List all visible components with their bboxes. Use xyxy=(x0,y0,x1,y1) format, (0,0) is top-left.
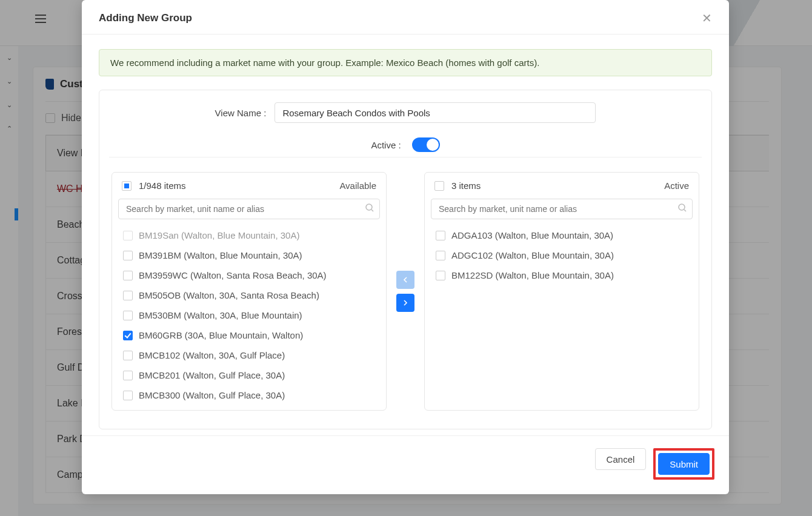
select-all-available-checkbox[interactable] xyxy=(122,181,131,191)
select-all-active-checkbox[interactable] xyxy=(434,181,444,191)
svg-line-1 xyxy=(371,210,373,211)
add-group-modal: Adding New Group ✕ We recommend includin… xyxy=(82,0,729,494)
move-left-button[interactable] xyxy=(396,271,414,289)
svg-point-2 xyxy=(679,204,685,210)
modal-title: Adding New Group xyxy=(99,12,192,24)
item-label: BM391BM (Walton, Blue Mountain, 30A) xyxy=(139,250,302,260)
view-name-row: View Name : xyxy=(109,102,702,123)
item-checkbox[interactable] xyxy=(436,231,445,240)
list-item[interactable]: BMCB102 (Walton, 30A, Gulf Place) xyxy=(122,345,380,365)
item-checkbox[interactable] xyxy=(436,251,445,260)
item-checkbox[interactable] xyxy=(123,351,133,360)
active-label: Active : xyxy=(371,140,401,150)
item-label: BM122SD (Walton, Blue Mountain, 30A) xyxy=(451,270,614,280)
active-search-input[interactable] xyxy=(431,199,693,219)
item-label: BMCB201 (Walton, Gulf Place, 30A) xyxy=(139,370,285,380)
item-label: BMCB102 (Walton, 30A, Gulf Place) xyxy=(139,350,285,360)
item-checkbox[interactable] xyxy=(123,251,133,260)
active-panel: 3 items Active ADGA103 (Walton, Blue Mou… xyxy=(424,172,699,411)
list-item[interactable]: BM3959WC (Walton, Santa Rosa Beach, 30A) xyxy=(122,265,380,285)
active-status-label: Active xyxy=(664,180,689,191)
list-item[interactable]: ADGA103 (Walton, Blue Mountain, 30A) xyxy=(434,225,693,245)
available-list[interactable]: BM19San (Walton, Blue Mountain, 30A)BM39… xyxy=(112,224,386,410)
item-checkbox[interactable] xyxy=(123,311,133,320)
transfer-control: 1/948 items Available BM19San (Walton, B… xyxy=(109,172,702,411)
available-panel: 1/948 items Available BM19San (Walton, B… xyxy=(111,172,387,411)
item-checkbox[interactable] xyxy=(123,231,133,240)
list-item[interactable]: ADGC102 (Walton, Blue Mountain, 30A) xyxy=(434,245,693,265)
view-name-label: View Name : xyxy=(215,108,267,118)
item-checkbox[interactable] xyxy=(436,271,445,280)
submit-button[interactable]: Submit xyxy=(658,453,710,475)
available-count: 1/948 items xyxy=(139,180,186,191)
item-checkbox[interactable] xyxy=(123,291,133,300)
cancel-button[interactable]: Cancel xyxy=(595,448,647,470)
available-label: Available xyxy=(339,180,376,191)
item-checkbox[interactable] xyxy=(123,371,133,380)
item-label: BM19San (Walton, Blue Mountain, 30A) xyxy=(139,230,299,240)
close-icon[interactable]: ✕ xyxy=(702,12,712,24)
list-item[interactable]: BM19San (Walton, Blue Mountain, 30A) xyxy=(122,225,380,245)
active-toggle[interactable] xyxy=(412,137,440,152)
search-icon xyxy=(365,203,374,212)
list-item[interactable]: BM530BM (Walton, 30A, Blue Mountain) xyxy=(122,305,380,325)
svg-point-0 xyxy=(366,204,372,210)
list-item[interactable]: BMCB201 (Walton, Gulf Place, 30A) xyxy=(122,365,380,385)
item-label: ADGC102 (Walton, Blue Mountain, 30A) xyxy=(451,250,614,260)
move-right-button[interactable] xyxy=(396,294,414,312)
active-list[interactable]: ADGA103 (Walton, Blue Mountain, 30A)ADGC… xyxy=(425,224,699,410)
item-checkbox[interactable] xyxy=(123,331,133,340)
list-item[interactable]: BM505OB (Walton, 30A, Santa Rosa Beach) xyxy=(122,285,380,305)
item-label: ADGA103 (Walton, Blue Mountain, 30A) xyxy=(451,230,613,240)
active-row: Active : xyxy=(109,137,702,152)
available-search-input[interactable] xyxy=(118,199,380,219)
item-label: BM505OB (Walton, 30A, Santa Rosa Beach) xyxy=(139,290,319,300)
item-label: BM60GRB (30A, Blue Mountain, Walton) xyxy=(139,330,303,340)
transfer-arrows xyxy=(396,172,414,411)
view-name-input[interactable] xyxy=(275,102,596,123)
item-label: BM3959WC (Walton, Santa Rosa Beach, 30A) xyxy=(139,270,327,280)
item-label: BM530BM (Walton, 30A, Blue Mountain) xyxy=(139,310,302,320)
list-item[interactable]: BM391BM (Walton, Blue Mountain, 30A) xyxy=(122,245,380,265)
form-panel: View Name : Active : 1/948 items Availab… xyxy=(99,90,712,429)
active-count: 3 items xyxy=(451,180,481,191)
modal-footer: Cancel Submit xyxy=(82,435,729,494)
list-item[interactable]: BMCB300 (Walton, Gulf Place, 30A) xyxy=(122,385,380,405)
modal-header: Adding New Group ✕ xyxy=(82,0,729,35)
item-checkbox[interactable] xyxy=(123,271,133,280)
list-item[interactable]: BM122SD (Walton, Blue Mountain, 30A) xyxy=(434,265,693,285)
divider xyxy=(109,157,702,157)
svg-line-3 xyxy=(684,210,686,211)
info-alert: We recommend including a market name wit… xyxy=(99,49,712,76)
list-item[interactable]: BM60GRB (30A, Blue Mountain, Walton) xyxy=(122,325,380,345)
search-icon xyxy=(678,203,687,212)
item-label: BMCB300 (Walton, Gulf Place, 30A) xyxy=(139,390,285,400)
submit-highlight: Submit xyxy=(653,448,714,480)
item-checkbox[interactable] xyxy=(123,391,133,400)
